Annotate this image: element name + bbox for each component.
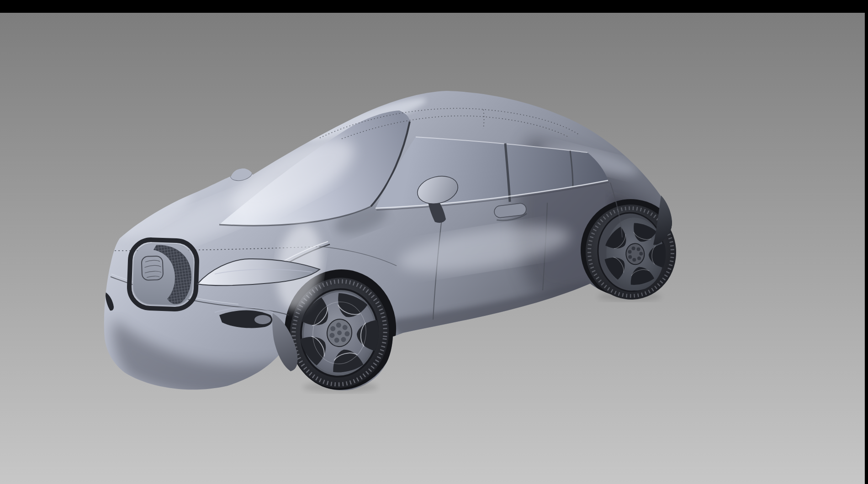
letterbox-right [865,0,868,484]
intake-tongue [254,315,271,324]
letterbox-top [0,0,868,13]
grille [128,239,197,310]
application-window: 3D CAD viewport: silver-gray SEAT concep… [0,0,868,484]
viewport-3d[interactable]: 3D CAD viewport: silver-gray SEAT concep… [0,0,868,484]
